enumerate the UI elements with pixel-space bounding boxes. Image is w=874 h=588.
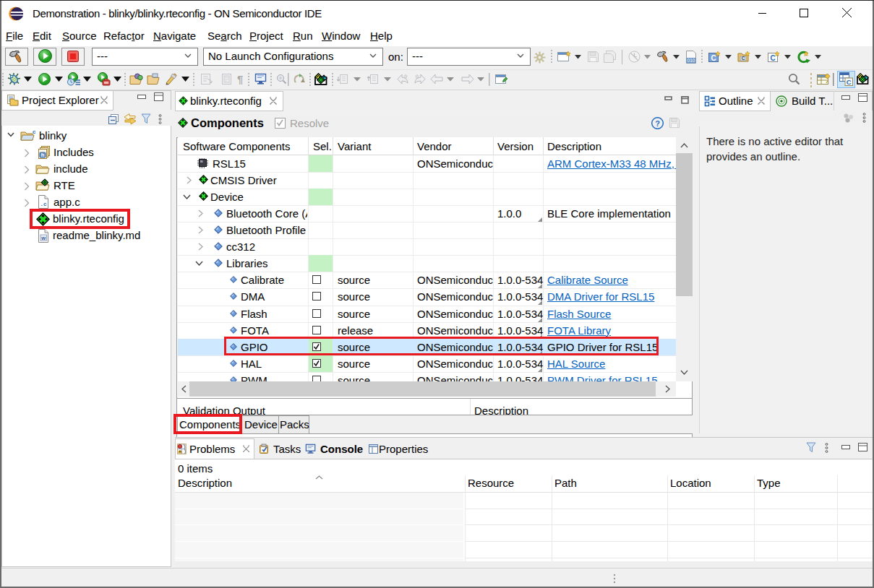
svg-text:c: c (33, 129, 36, 135)
svg-text:010: 010 (687, 58, 695, 63)
svg-text:C: C (742, 56, 745, 61)
svg-text:C: C (711, 54, 716, 62)
svg-text:C: C (770, 54, 775, 62)
svg-text:?: ? (655, 119, 660, 128)
svg-text:C: C (847, 78, 852, 86)
svg-text:.c: .c (40, 201, 47, 207)
svg-text:w: w (40, 235, 46, 241)
svg-text:h: h (41, 152, 45, 158)
